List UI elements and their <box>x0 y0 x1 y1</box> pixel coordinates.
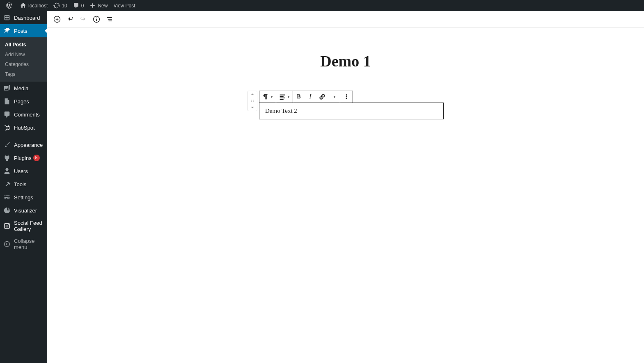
undo-icon <box>66 15 74 23</box>
redo-button[interactable] <box>77 13 90 26</box>
menu-tools[interactable]: Tools <box>0 178 47 191</box>
comments-button[interactable]: 0 <box>70 0 87 11</box>
svg-line-5 <box>5 126 7 128</box>
menu-posts[interactable]: Posts <box>0 24 47 37</box>
pilcrow-icon <box>262 93 269 100</box>
link-button[interactable] <box>316 91 328 103</box>
svg-point-10 <box>5 242 10 247</box>
menu-social-feed-label: Social Feed Gallery <box>14 220 44 232</box>
posts-submenu: All Posts Add New Categories Tags <box>0 37 47 82</box>
block-type-button[interactable]: ▼ <box>259 91 276 103</box>
menu-plugins-label: Plugins <box>14 155 32 161</box>
drag-icon <box>250 98 255 104</box>
updates-button[interactable]: 10 <box>50 0 70 11</box>
svg-point-17 <box>251 101 252 102</box>
menu-posts-label: Posts <box>14 28 28 34</box>
editor-topbar <box>47 11 644 27</box>
plugins-badge: 5 <box>33 155 40 161</box>
comments-count: 0 <box>81 3 84 9</box>
align-left-icon <box>279 93 286 100</box>
svg-rect-7 <box>5 224 10 229</box>
svg-rect-14 <box>96 19 97 21</box>
submenu-categories[interactable]: Categories <box>0 59 47 69</box>
chevron-up-icon <box>250 91 255 97</box>
menu-dashboard[interactable]: Dashboard <box>0 11 47 24</box>
outline-button[interactable] <box>103 13 116 26</box>
menu-appearance[interactable]: Appearance <box>0 138 47 151</box>
bold-button[interactable]: B <box>293 91 305 103</box>
move-up-button[interactable] <box>248 91 257 98</box>
view-post-label: View Post <box>113 3 135 9</box>
wp-logo-button[interactable] <box>3 0 17 11</box>
block-wrapper: ▼ ▼ B I <box>248 91 444 119</box>
submenu-tags[interactable]: Tags <box>0 69 47 79</box>
add-block-button[interactable] <box>50 13 64 26</box>
svg-point-13 <box>96 17 97 18</box>
site-name: localhost <box>28 3 48 9</box>
info-button[interactable] <box>90 13 103 26</box>
menu-media[interactable]: Media <box>0 82 47 95</box>
menu-comments-label: Comments <box>14 112 40 118</box>
menu-settings-label: Settings <box>14 194 33 201</box>
instagram-icon <box>3 222 11 230</box>
media-icon <box>3 84 11 92</box>
page-icon <box>3 98 11 105</box>
menu-collapse[interactable]: Collapse menu <box>0 235 47 253</box>
site-link-button[interactable]: localhost <box>17 0 50 11</box>
svg-point-18 <box>253 101 254 102</box>
chart-icon <box>3 207 11 214</box>
hubspot-icon <box>3 124 11 131</box>
collapse-icon <box>3 240 11 248</box>
menu-pages[interactable]: Pages <box>0 95 47 108</box>
comment-icon <box>73 2 79 9</box>
submenu-add-new[interactable]: Add New <box>0 50 47 59</box>
svg-point-9 <box>8 224 9 225</box>
pin-icon <box>3 27 11 34</box>
link-icon <box>319 93 326 100</box>
italic-button[interactable]: I <box>305 91 316 103</box>
dashboard-icon <box>3 14 11 21</box>
menu-hubspot[interactable]: HubSpot <box>0 121 47 134</box>
block-more-button[interactable] <box>340 91 353 103</box>
menu-appearance-label: Appearance <box>14 142 43 148</box>
undo-button[interactable] <box>64 13 77 26</box>
svg-point-21 <box>346 98 347 99</box>
menu-users-label: Users <box>14 168 28 174</box>
submenu-all-posts[interactable]: All Posts <box>0 40 47 50</box>
editor-body: Demo 1 <box>47 27 644 363</box>
sliders-icon <box>3 194 11 201</box>
align-button[interactable]: ▼ <box>276 91 293 103</box>
kebab-icon <box>343 93 350 100</box>
menu-settings[interactable]: Settings <box>0 191 47 204</box>
plus-circle-icon <box>53 15 61 23</box>
menu-plugins[interactable]: Plugins 5 <box>0 151 47 164</box>
svg-line-6 <box>6 129 7 130</box>
update-icon <box>53 2 60 9</box>
block-toolbar: ▼ ▼ B I <box>259 91 353 103</box>
post-title[interactable]: Demo 1 <box>320 52 371 70</box>
block-area: ▼ ▼ B I <box>259 91 444 119</box>
menu-collapse-label: Collapse menu <box>14 238 44 250</box>
home-icon <box>20 2 26 9</box>
new-button[interactable]: New <box>87 0 110 11</box>
plus-icon <box>89 2 96 9</box>
updates-count: 10 <box>62 3 67 9</box>
menu-dashboard-label: Dashboard <box>14 15 40 21</box>
app-layout: Dashboard Posts All Posts Add New Catego… <box>0 11 644 363</box>
brush-icon <box>3 141 11 148</box>
admin-bar: localhost 10 0 New View Post <box>0 0 644 11</box>
view-post-button[interactable]: View Post <box>110 0 138 11</box>
menu-pages-label: Pages <box>14 98 29 105</box>
menu-tools-label: Tools <box>14 181 26 187</box>
more-format-button[interactable]: ▼ <box>328 91 340 103</box>
redo-icon <box>79 15 87 23</box>
drag-handle[interactable] <box>248 98 257 104</box>
move-down-button[interactable] <box>248 104 257 111</box>
menu-users[interactable]: Users <box>0 164 47 178</box>
menu-comments[interactable]: Comments <box>0 108 47 121</box>
info-icon <box>92 15 101 23</box>
menu-visualizer[interactable]: Visualizer <box>0 204 47 217</box>
dropdown-caret-icon: ▼ <box>270 95 273 99</box>
paragraph-block[interactable]: Demo Text 2 <box>259 103 444 119</box>
menu-social-feed[interactable]: Social Feed Gallery <box>0 217 47 235</box>
